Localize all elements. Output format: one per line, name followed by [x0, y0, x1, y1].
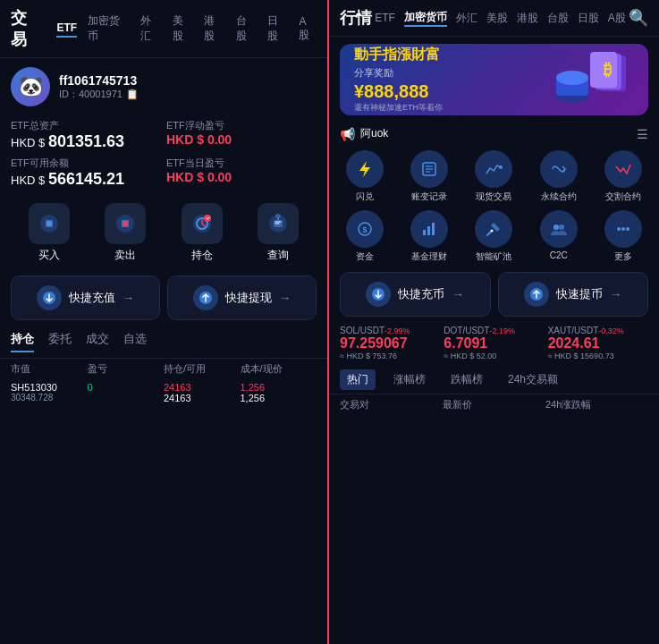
col-holding: 持仓/可用: [164, 362, 241, 376]
tab-hot[interactable]: 热门: [340, 369, 376, 390]
withdraw-right-label: 快速提币: [556, 286, 603, 302]
icon-funds[interactable]: $ 资金: [336, 210, 393, 263]
available-value: HKD $ 566145.21: [11, 170, 161, 189]
xaut-price: 2024.61: [548, 335, 648, 352]
svg-point-3: [123, 221, 128, 226]
left-tab-etf[interactable]: ETF: [56, 20, 77, 38]
svg-text:₿: ₿: [604, 61, 612, 79]
search-icon[interactable]: 🔍: [629, 8, 648, 28]
banner[interactable]: 動手指漲財富 分享奖励 ¥888,888 還有神秘加速ETH等着你 ₿: [340, 44, 648, 115]
user-details: ff1061745713 ID：40001971 📋: [59, 73, 139, 101]
deposit-right-icon: [366, 282, 391, 307]
icon-record[interactable]: 账变记录: [401, 150, 458, 203]
icon-flash[interactable]: 闪兑: [336, 150, 393, 203]
svg-text:$: $: [363, 225, 368, 234]
left-tab-forex[interactable]: 外汇: [140, 12, 161, 46]
icon-mining[interactable]: 智能矿池: [465, 210, 522, 263]
xaut-equiv: ≈ HKD $ 15690.73: [548, 352, 648, 360]
quick-deposit-button[interactable]: 快捷充值 →: [11, 275, 160, 320]
deposit-arrow: →: [123, 291, 135, 305]
banner-amount: ¥888,888: [354, 81, 443, 102]
position-button[interactable]: 持仓: [182, 203, 223, 263]
right-tab-hk[interactable]: 港股: [517, 11, 538, 26]
right-tab-crypto[interactable]: 加密货币: [404, 10, 447, 27]
query-button[interactable]: 查询: [258, 203, 299, 263]
banner-sub: 還有神秘加速ETH等着你: [354, 102, 443, 114]
spot-icon: [475, 150, 512, 188]
left-top-bar: 交易 ETF 加密货币 外汇 美股 港股 台股 日股 A股: [0, 0, 327, 58]
tab-order[interactable]: 委托: [48, 331, 72, 352]
user-id: ID：40001971 📋: [59, 88, 139, 101]
sell-label: 卖出: [114, 248, 136, 263]
icon-perpetual[interactable]: 永续合约: [530, 150, 587, 203]
right-nav-tabs: ETF 加密货币 外汇 美股 港股 台股 日股 A股: [375, 10, 626, 27]
avatar: 🐼: [11, 67, 50, 106]
position-icon: [182, 203, 223, 244]
perpetual-icon: [540, 150, 578, 188]
more-icon: [604, 210, 642, 248]
right-tab-jp[interactable]: 日股: [578, 11, 599, 26]
copy-icon[interactable]: 📋: [126, 89, 139, 100]
spot-label: 现货交易: [476, 191, 511, 203]
svg-point-33: [617, 227, 621, 231]
float-pnl: ETF浮动盈亏 HKD $ 0.00: [166, 119, 317, 151]
left-tab-crypto[interactable]: 加密货币: [88, 12, 130, 46]
market-col-change: 24h涨跌幅: [545, 398, 648, 411]
tab-loss[interactable]: 跌幅榜: [444, 369, 490, 390]
market-table-header: 交易对 最新价 24h涨跌幅: [329, 394, 659, 415]
right-tab-us[interactable]: 美股: [486, 11, 508, 26]
table-row: SH513030 30348.728 0 24163 24163 1,256 1…: [0, 379, 327, 406]
total-asset: ETF总资产 HKD $ 801351.63: [11, 119, 161, 151]
svg-point-31: [553, 225, 559, 230]
delivery-icon: [604, 150, 642, 188]
svg-point-1: [46, 221, 52, 226]
available-asset: ETF可用余额 HKD $ 566145.21: [11, 157, 161, 189]
quick-deposit-right[interactable]: 快捷充币 →: [340, 272, 491, 317]
buy-button[interactable]: 买入: [29, 203, 70, 263]
icon-spot[interactable]: 现货交易: [465, 150, 522, 203]
right-tab-a[interactable]: A股: [608, 11, 626, 26]
icon-fund-wealth[interactable]: 基金理财: [401, 210, 458, 263]
notice-menu-icon[interactable]: ☰: [637, 127, 648, 141]
bottom-tabs: 热门 涨幅榜 跌幅榜 24h交易额: [329, 366, 659, 394]
right-tab-forex[interactable]: 外汇: [456, 11, 477, 26]
left-tab-hk[interactable]: 港股: [204, 12, 224, 46]
crypto-sol: SOL/USDT-2.99% 97.259067 ≈ HKD $ 753.76: [340, 326, 440, 360]
left-tab-jp[interactable]: 日股: [267, 12, 288, 46]
left-tab-tw[interactable]: 台股: [236, 12, 257, 46]
flash-icon: [346, 150, 384, 188]
notice-text: 阿uok: [360, 126, 631, 141]
tab-gain[interactable]: 涨幅榜: [386, 369, 433, 390]
tab-volume[interactable]: 24h交易额: [501, 369, 565, 390]
icon-grid: 闪兑 账变记录 现货交易 永续合约 交割合约: [329, 145, 659, 268]
quick-buttons-right: 快捷充币 → 快速提币 →: [329, 268, 659, 320]
right-tab-etf[interactable]: ETF: [375, 12, 395, 24]
tab-watchlist[interactable]: 自选: [123, 331, 147, 352]
funds-icon: $: [346, 210, 384, 248]
withdraw-right-icon: [524, 282, 549, 307]
perpetual-label: 永续合约: [541, 191, 577, 203]
quick-withdraw-button[interactable]: 快捷提现 →: [167, 275, 317, 320]
table-header: 市值 盈亏 持仓/可用 成本/现价: [0, 359, 327, 379]
left-tab-us[interactable]: 美股: [173, 12, 193, 46]
row-holding: 24163 24163: [164, 382, 241, 403]
svg-point-18: [556, 71, 588, 85]
right-tab-tw[interactable]: 台股: [547, 11, 569, 26]
available-label: ETF可用余额: [11, 157, 161, 170]
query-label: 查询: [267, 248, 289, 263]
quick-withdraw-right[interactable]: 快速提币 →: [498, 272, 649, 317]
quick-buttons-left: 快捷充值 → 快捷提现 →: [0, 270, 327, 326]
icon-c2c[interactable]: C2C: [530, 210, 587, 263]
banner-subtitle: 分享奖励: [354, 66, 443, 80]
tab-position[interactable]: 持仓: [11, 331, 34, 352]
left-tab-a[interactable]: A股: [299, 13, 317, 45]
sell-button[interactable]: 卖出: [105, 203, 146, 263]
right-title: 行情: [340, 7, 372, 29]
position-tabs: 持仓 委托 成交 自选: [0, 326, 327, 359]
svg-point-35: [626, 227, 629, 231]
svg-rect-28: [427, 226, 430, 235]
icon-delivery[interactable]: 交割合约: [595, 150, 652, 203]
icon-more[interactable]: 更多: [595, 210, 652, 263]
withdraw-icon: [193, 285, 218, 310]
tab-trade[interactable]: 成交: [86, 331, 109, 352]
